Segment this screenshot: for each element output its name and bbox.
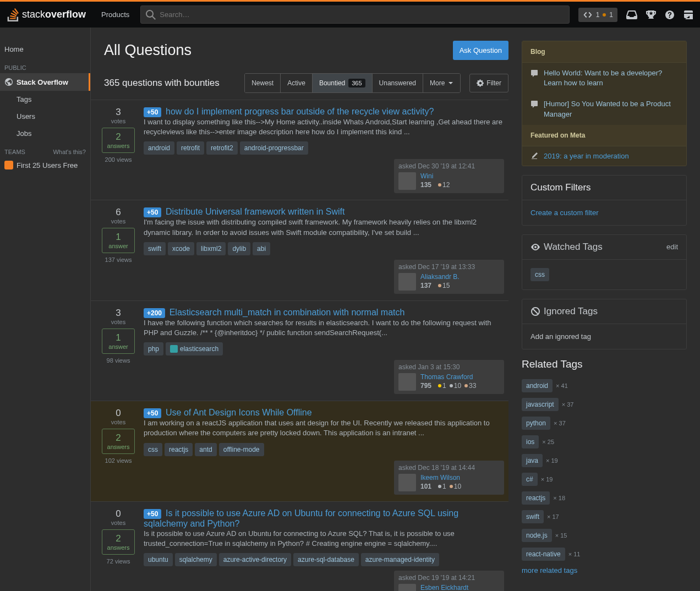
watched-tags-header: Watched Tags	[531, 242, 603, 253]
tag-antd[interactable]: antd	[195, 443, 216, 456]
tab-active[interactable]: Active	[281, 74, 313, 92]
answers-box: 1 answer	[102, 329, 135, 354]
edit-watched-link[interactable]: edit	[666, 243, 678, 251]
avatar[interactable]	[398, 172, 416, 190]
blog-link[interactable]: Hello World: Want to be a developer? Lea…	[522, 63, 686, 94]
avatar[interactable]	[398, 474, 416, 491]
tag-azure-sql-database[interactable]: azure-sql-database	[293, 553, 359, 566]
related-tags-widget: Related Tags android × 41 javascript × 3…	[522, 358, 687, 574]
tag-abi[interactable]: abi	[253, 242, 270, 255]
blog-link[interactable]: [Humor] So You Wanted to be a Product Ma…	[522, 94, 686, 124]
meta-link[interactable]: 2019: a year in moderation	[522, 146, 686, 166]
asked-time: asked Dec 30 '19 at 12:41	[398, 162, 500, 170]
related-tag-javascript[interactable]: javascript	[522, 398, 559, 411]
related-tag-ios[interactable]: ios	[522, 435, 539, 448]
tag-elasticsearch[interactable]: elasticsearch	[166, 342, 223, 355]
filter-button[interactable]: Filter	[469, 74, 508, 92]
user-name-link[interactable]: Aliaksandr B.	[420, 273, 460, 281]
related-tag-row: android × 41	[522, 379, 687, 392]
tag-azure-managed-identity[interactable]: azure-managed-identity	[361, 553, 439, 566]
answers-box: 1 answer	[102, 228, 135, 253]
tag-retrofit2[interactable]: retrofit2	[206, 141, 238, 155]
tag-reactjs[interactable]: reactjs	[165, 443, 193, 456]
bronze-badge-dot	[438, 284, 441, 287]
question-tags: phpelasticsearch	[144, 342, 223, 355]
watched-tag-css[interactable]: css	[531, 268, 549, 281]
products-link[interactable]: Products	[95, 10, 136, 19]
page-title: All Questions	[104, 42, 192, 59]
asked-time: asked Dec 17 '19 at 13:33	[398, 263, 500, 271]
related-tag-python[interactable]: python	[522, 417, 550, 430]
ignored-tags-widget: Ignored Tags Add an ignored tag	[522, 299, 687, 349]
related-tag-node.js[interactable]: node.js	[522, 529, 552, 542]
tag-sqlalchemy[interactable]: sqlalchemy	[175, 553, 217, 566]
tab-unanswered[interactable]: Unanswered	[373, 74, 423, 92]
question-title-link[interactable]: Distribute Universal framework written i…	[166, 207, 344, 216]
tag-libxml2[interactable]: libxml2	[196, 242, 226, 255]
tab-bountied[interactable]: Bountied 365	[313, 74, 373, 92]
inbox-icon[interactable]	[626, 10, 637, 20]
silver-badge-dot	[450, 384, 453, 387]
votes-count: 3	[102, 308, 135, 319]
question-title-link[interactable]: Elasticsearch multi_match in combination…	[169, 308, 405, 317]
ask-question-button[interactable]: Ask Question	[453, 41, 508, 60]
related-tag-react-native[interactable]: react-native	[522, 548, 565, 561]
tab-newest[interactable]: Newest	[245, 74, 281, 92]
create-filter-link[interactable]: Create a custom filter	[531, 209, 599, 217]
help-icon[interactable]	[665, 10, 675, 20]
question-title-link[interactable]: Is it possible to use Azure AD on Ubuntu…	[144, 508, 458, 528]
nav-teams-free[interactable]: First 25 Users Free	[0, 157, 90, 173]
avatar[interactable]	[398, 373, 416, 391]
tag-xcode[interactable]: xcode	[168, 242, 194, 255]
tag-dylib[interactable]: dylib	[228, 242, 250, 255]
tag-azure-active-directory[interactable]: azure-active-directory	[219, 553, 291, 566]
tag-ubuntu[interactable]: ubuntu	[144, 553, 173, 566]
tag-android-progressbar[interactable]: android-progressbar	[240, 141, 308, 155]
more-related-tags-link[interactable]: more related tags	[522, 566, 577, 574]
user-name-link[interactable]: Thomas Crawford	[420, 373, 476, 381]
tag-swift[interactable]: swift	[144, 242, 166, 255]
tag-offline-mode[interactable]: offline-mode	[219, 443, 264, 456]
question-summary: 0 votes 2 answers 72 views +50 Is it pos…	[91, 502, 508, 592]
asked-time: asked Jan 3 at 15:30	[398, 363, 500, 371]
avatar[interactable]	[398, 584, 416, 591]
user-name-link[interactable]: Esben Eickhardt	[420, 584, 482, 591]
whats-this-link[interactable]: What's this?	[53, 149, 86, 155]
question-title-link[interactable]: how do I implement progress bar outside …	[166, 107, 434, 116]
logo[interactable]: stackoverflow	[7, 8, 86, 21]
question-excerpt: I have the following function which sear…	[144, 318, 504, 338]
nav-users[interactable]: Users	[0, 108, 90, 125]
tag-css[interactable]: css	[144, 443, 162, 456]
answers-box: 2 answers	[102, 128, 135, 153]
tag-php[interactable]: php	[144, 342, 163, 355]
question-summary: 3 votes 2 answers 200 views +50 how do I…	[91, 100, 508, 200]
nav-tags[interactable]: Tags	[0, 91, 90, 108]
bounty-badge: +50	[144, 509, 161, 519]
tag-android[interactable]: android	[144, 141, 174, 155]
nav-home[interactable]: Home	[0, 41, 90, 58]
menu-icon[interactable]	[683, 10, 693, 20]
add-ignored-link[interactable]: Add an ignored tag	[531, 332, 591, 341]
user-name-link[interactable]: Ikeem Wilson	[420, 474, 461, 481]
bronze-badge-dot	[450, 485, 453, 488]
search-input[interactable]	[140, 6, 569, 24]
related-tag-java[interactable]: java	[522, 454, 543, 467]
nav-jobs[interactable]: Jobs	[0, 125, 90, 142]
reputation-pill[interactable]: 1 1	[578, 8, 617, 22]
nav-stackoverflow[interactable]: Stack Overflow	[0, 73, 90, 91]
related-tag-reactjs[interactable]: reactjs	[522, 491, 550, 505]
asked-time: asked Dec 19 '19 at 14:21	[398, 574, 500, 582]
question-title-link[interactable]: Use of Ant Design Icons While Offline	[166, 408, 312, 417]
related-tag-android[interactable]: android	[522, 379, 553, 392]
tab-more[interactable]: More	[423, 74, 460, 92]
tag-retrofit[interactable]: retrofit	[177, 141, 204, 155]
user-name-link[interactable]: Wini	[420, 172, 450, 180]
related-tag-c#[interactable]: c#	[522, 473, 538, 486]
related-tag-swift[interactable]: swift	[522, 510, 544, 523]
avatar[interactable]	[398, 273, 416, 291]
related-tag-count: × 19	[541, 476, 553, 483]
bronze-dot	[603, 13, 606, 17]
user-card: asked Dec 30 '19 at 12:41 Wini 13512	[394, 159, 504, 193]
question-summary: 0 votes 2 answers 102 views +50 Use of A…	[91, 401, 508, 501]
trophy-icon[interactable]	[646, 10, 656, 20]
